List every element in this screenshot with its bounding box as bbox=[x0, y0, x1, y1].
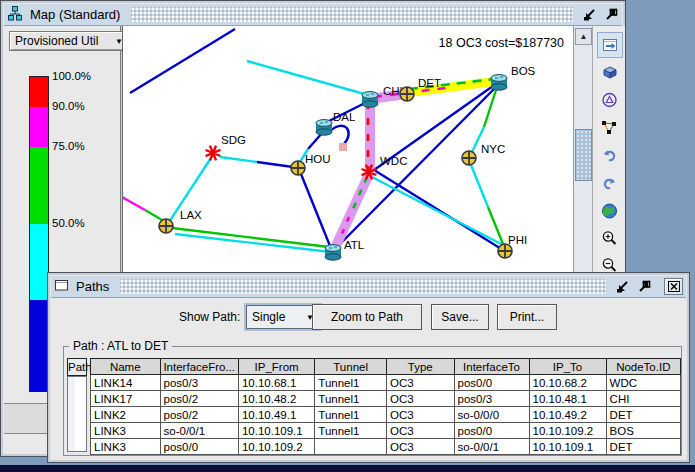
scroll-up-arrow-icon[interactable]: ▲ bbox=[575, 28, 592, 45]
table-cell[interactable]: 10.10.68.2 bbox=[529, 375, 606, 391]
column-header[interactable]: IP_From bbox=[238, 359, 314, 375]
map-title-bar[interactable]: Map (Standard) bbox=[4, 4, 622, 26]
table-cell[interactable]: pos0/3 bbox=[454, 391, 529, 407]
topology-layout-icon[interactable] bbox=[597, 116, 621, 140]
table-cell[interactable]: so-0/0/1 bbox=[454, 439, 529, 455]
table-cell[interactable]: OC3 bbox=[386, 375, 454, 391]
table-row[interactable]: LINK14pos0/310.10.68.1Tunnel1OC3pos0/010… bbox=[91, 375, 681, 391]
paths-toolbar: Show Path: Single ▼ Zoom to Path Save...… bbox=[51, 298, 686, 336]
column-header[interactable]: InterfaceFro... bbox=[160, 359, 238, 375]
column-header[interactable]: Type bbox=[386, 359, 454, 375]
table-cell[interactable]: LINK3 bbox=[91, 439, 161, 455]
table-cell[interactable]: 10.10.109.1 bbox=[529, 439, 606, 455]
map-node-PHI[interactable]: PHI bbox=[498, 234, 527, 258]
iconify-icon[interactable] bbox=[581, 7, 598, 22]
map-node-CHI[interactable]: CHI bbox=[362, 85, 403, 107]
node-label: BOS bbox=[511, 65, 536, 77]
undo-icon[interactable] bbox=[597, 144, 621, 168]
map-node-node-small[interactable] bbox=[339, 143, 347, 151]
table-cell[interactable]: Tunnel1 bbox=[315, 407, 387, 423]
scrollbar-thumb[interactable] bbox=[575, 129, 592, 181]
table-cell[interactable]: OC3 bbox=[386, 439, 454, 455]
maximize-icon[interactable] bbox=[635, 279, 652, 294]
table-cell[interactable]: WDC bbox=[606, 375, 680, 391]
zoom-in-icon[interactable] bbox=[597, 226, 621, 250]
map-node-ATL[interactable]: ATL bbox=[325, 239, 365, 260]
column-header[interactable]: IP_To bbox=[529, 359, 606, 375]
legend-label: 50.0% bbox=[52, 217, 85, 229]
save-button[interactable]: Save... bbox=[431, 304, 489, 330]
table-cell[interactable]: 10.10.109.2 bbox=[529, 423, 606, 439]
table-row[interactable]: LINK2pos0/210.10.49.1Tunnel1OC3so-0/0/01… bbox=[91, 407, 681, 423]
map-node-HOU[interactable]: HOU bbox=[291, 153, 331, 175]
map-node-SDG[interactable]: SDG bbox=[206, 134, 246, 160]
column-header[interactable]: Name bbox=[91, 359, 161, 375]
table-cell[interactable]: CHI bbox=[606, 391, 680, 407]
window-icon bbox=[54, 278, 69, 296]
legend-metric-select[interactable]: Provisioned Util ▼ bbox=[9, 31, 129, 51]
path-column-body[interactable] bbox=[67, 376, 87, 452]
table-cell[interactable]: pos0/3 bbox=[160, 375, 238, 391]
package-icon[interactable] bbox=[597, 60, 621, 84]
map-node-DAL[interactable]: DAL bbox=[316, 111, 356, 135]
network-hierarchy-icon bbox=[7, 5, 23, 25]
fit-window-icon[interactable] bbox=[597, 32, 623, 58]
table-cell[interactable]: OC3 bbox=[386, 407, 454, 423]
table-cell[interactable]: LINK17 bbox=[91, 391, 161, 407]
map-node-BOS[interactable]: BOS bbox=[491, 65, 536, 90]
node-label: HOU bbox=[305, 153, 331, 165]
paths-title-bar[interactable]: Paths bbox=[51, 276, 686, 298]
table-cell[interactable]: OC3 bbox=[386, 391, 454, 407]
table-cell[interactable]: so-0/0/1 bbox=[160, 423, 238, 439]
table-cell[interactable]: 10.10.109.2 bbox=[238, 439, 314, 455]
table-cell[interactable]: pos0/2 bbox=[160, 391, 238, 407]
table-cell[interactable]: pos0/0 bbox=[454, 423, 529, 439]
paths-table-header[interactable]: NameInterfaceFro...IP_FromTunnelTypeInte… bbox=[91, 359, 681, 375]
column-header[interactable]: Tunnel bbox=[315, 359, 387, 375]
table-cell[interactable]: 10.10.48.1 bbox=[529, 391, 606, 407]
table-cell[interactable]: 10.10.68.1 bbox=[238, 375, 314, 391]
table-cell[interactable]: LINK3 bbox=[91, 423, 161, 439]
print-button[interactable]: Print... bbox=[497, 304, 557, 330]
table-cell[interactable]: Tunnel1 bbox=[315, 375, 387, 391]
table-cell[interactable]: Tunnel1 bbox=[315, 391, 387, 407]
table-cell[interactable]: Tunnel1 bbox=[315, 423, 387, 439]
table-cell[interactable]: DET bbox=[606, 439, 680, 455]
table-cell[interactable]: so-0/0/0 bbox=[454, 407, 529, 423]
table-cell[interactable] bbox=[315, 439, 387, 455]
column-header[interactable]: NodeTo.ID bbox=[606, 359, 680, 375]
table-cell[interactable]: LINK2 bbox=[91, 407, 161, 423]
path-column-header[interactable]: Path bbox=[67, 358, 87, 376]
node-label: NYC bbox=[481, 143, 505, 155]
path-row-header-column[interactable]: Path bbox=[67, 358, 87, 452]
table-cell[interactable]: LINK14 bbox=[91, 375, 161, 391]
table-cell[interactable]: BOS bbox=[606, 423, 680, 439]
legend-color-bar bbox=[29, 76, 49, 392]
iconify-icon[interactable] bbox=[614, 279, 631, 294]
globe-icon[interactable] bbox=[597, 199, 621, 223]
table-cell[interactable]: pos0/2 bbox=[160, 407, 238, 423]
table-cell[interactable]: DET bbox=[606, 407, 680, 423]
path-group-title: Path : ATL to DET bbox=[69, 339, 172, 353]
table-cell[interactable]: 10.10.48.2 bbox=[238, 391, 314, 407]
map-node-NYC[interactable]: NYC bbox=[462, 143, 505, 165]
table-row[interactable]: LINK3pos0/010.10.109.2OC3so-0/0/110.10.1… bbox=[91, 439, 681, 455]
paths-table[interactable]: NameInterfaceFro...IP_FromTunnelTypeInte… bbox=[90, 358, 681, 455]
table-cell[interactable]: 10.10.109.1 bbox=[238, 423, 314, 439]
table-cell[interactable]: 10.10.49.2 bbox=[529, 407, 606, 423]
redo-icon[interactable] bbox=[597, 172, 621, 196]
maximize-icon[interactable] bbox=[602, 7, 619, 22]
table-cell[interactable]: OC3 bbox=[386, 423, 454, 439]
table-cell[interactable]: 10.10.49.1 bbox=[238, 407, 314, 423]
column-header[interactable]: InterfaceTo bbox=[454, 359, 529, 375]
table-cell[interactable]: pos0/0 bbox=[454, 375, 529, 391]
zoom-to-path-button[interactable]: Zoom to Path bbox=[312, 304, 422, 330]
table-row[interactable]: LINK3so-0/0/110.10.109.1Tunnel1OC3pos0/0… bbox=[91, 423, 681, 439]
table-cell[interactable]: pos0/0 bbox=[160, 439, 238, 455]
show-path-select[interactable]: Single ▼ bbox=[246, 305, 320, 329]
table-row[interactable]: LINK17pos0/210.10.48.2Tunnel1OC3pos0/310… bbox=[91, 391, 681, 407]
circled-triangle-icon[interactable] bbox=[597, 88, 621, 112]
bottom-taskbar bbox=[0, 465, 695, 472]
close-icon[interactable] bbox=[664, 278, 683, 295]
legend-metric-label: Provisioned Util bbox=[15, 34, 98, 48]
